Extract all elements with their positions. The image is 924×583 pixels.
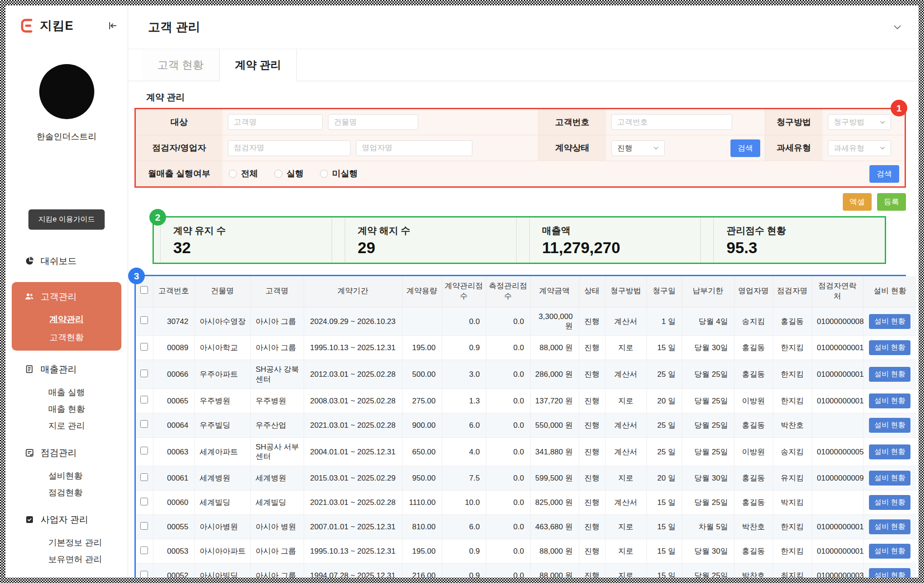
sidebar-collapse-icon[interactable] xyxy=(107,20,118,31)
sidebar-item-sales[interactable]: 매출관리 xyxy=(5,358,128,380)
stat-value: 32 xyxy=(173,239,332,257)
sidebar-group-business: 사업자 관리 기본정보 관리 보유면허 관리 xyxy=(5,508,128,568)
equip-status-cell: 설비 현황 xyxy=(863,515,916,539)
equip-status-button[interactable]: 설비 현황 xyxy=(869,444,910,459)
page-header: 고객 관리 xyxy=(128,5,919,49)
row-checkbox[interactable] xyxy=(140,370,148,377)
equip-status-button[interactable]: 설비 현황 xyxy=(869,568,910,578)
select-all-checkbox[interactable] xyxy=(140,286,148,294)
table-cell: 10.0 xyxy=(442,490,486,515)
table-cell: 세계아파트 xyxy=(194,437,250,466)
table-cell: 당월 25일 xyxy=(682,413,734,437)
contract-filter-panel: 1 대상 고객번호 청구방법 청구방법 xyxy=(134,108,906,188)
tab-bar: 고객 현황 계약 관리 xyxy=(128,49,919,81)
chevron-down-icon[interactable] xyxy=(892,21,903,33)
radio-dot xyxy=(274,170,282,178)
register-button[interactable]: 등록 xyxy=(877,193,906,211)
sidebar-item-dashboard[interactable]: 대쉬보드 xyxy=(5,250,128,272)
tax-type-label: 과세유형 xyxy=(765,135,822,161)
billing-method-select[interactable]: 청구방법 xyxy=(828,114,891,130)
tax-type-select[interactable]: 과세유형 xyxy=(828,140,891,156)
table-cell: 825,000 원 xyxy=(530,490,579,515)
salesperson-name-input[interactable] xyxy=(356,140,472,156)
target-label: 대상 xyxy=(136,109,222,135)
equip-status-button[interactable]: 설비 현황 xyxy=(869,519,910,534)
equip-status-button[interactable]: 설비 현황 xyxy=(869,367,910,382)
equip-status-button[interactable]: 설비 현황 xyxy=(869,471,910,486)
row-checkbox[interactable] xyxy=(140,316,148,324)
equip-status-button[interactable]: 설비 현황 xyxy=(869,418,910,433)
sidebar-item-inspection[interactable]: 점검관리 xyxy=(5,441,128,464)
table-cell: 463,680 원 xyxy=(530,515,579,539)
contract-table-body: 30742아시아수영장아시아 그룹2024.09.29 ~ 2026.10.23… xyxy=(136,307,916,578)
sidebar-item-giro-mgmt[interactable]: 지로 관리 xyxy=(5,417,128,434)
table-cell: 아시아 그룹 xyxy=(250,307,304,336)
table-cell: 당월 25일 xyxy=(682,389,734,413)
excel-button[interactable]: 엑셀 xyxy=(843,193,872,211)
row-checkbox[interactable] xyxy=(140,420,148,428)
table-cell: 810.00 xyxy=(402,515,442,539)
table-cell: 우주산업 xyxy=(250,413,304,437)
table-cell: 6.0 xyxy=(442,515,486,539)
page-title: 고객 관리 xyxy=(148,19,200,35)
customer-no-input[interactable] xyxy=(611,114,732,130)
filter-row-1: 대상 고객번호 청구방법 청구방법 xyxy=(136,109,905,135)
table-cell: 286,000 원 xyxy=(530,360,579,389)
building-name-input[interactable] xyxy=(328,114,418,130)
sidebar-item-contract-mgmt[interactable]: 계약관리 xyxy=(12,314,121,325)
contract-status-select[interactable]: 진행 xyxy=(611,140,665,156)
row-checkbox[interactable] xyxy=(140,498,148,505)
table-cell: 한지킴 xyxy=(773,336,812,360)
billing-method-placeholder: 청구방법 xyxy=(834,117,864,127)
usage-guide-button[interactable]: 지킴e 이용가이드 xyxy=(28,209,105,230)
chevron-down-icon xyxy=(652,144,660,152)
tab-contract-mgmt[interactable]: 계약 관리 xyxy=(219,49,297,81)
row-checkbox[interactable] xyxy=(140,343,148,351)
equip-status-button[interactable]: 설비 현황 xyxy=(869,495,910,510)
table-cell: 195.00 xyxy=(402,336,442,360)
search-button-bottom[interactable]: 검색 xyxy=(869,165,899,183)
equip-status-button[interactable]: 설비 현황 xyxy=(869,340,910,355)
radio-all[interactable]: 전체 xyxy=(229,168,258,180)
table-cell: 진행 xyxy=(579,539,605,564)
sidebar-item-basic-info[interactable]: 기본정보 관리 xyxy=(5,534,128,551)
stat-label: 매출액 xyxy=(542,224,701,237)
row-checkbox[interactable] xyxy=(140,473,148,481)
row-checkbox[interactable] xyxy=(140,546,148,554)
sidebar-item-license-mgmt[interactable]: 보유면허 관리 xyxy=(5,551,128,568)
row-checkbox[interactable] xyxy=(140,447,148,454)
table-cell: 25 일 xyxy=(647,437,682,466)
table-cell: 0.0 xyxy=(486,413,530,437)
row-checkbox[interactable] xyxy=(140,396,148,403)
table-cell: 2007.01.01 ~ 2025.12.31 xyxy=(304,515,402,539)
equip-status-cell: 설비 현황 xyxy=(863,437,916,466)
sidebar-item-customer-status[interactable]: 고객현황 xyxy=(12,332,121,343)
table-cell: 25 일 xyxy=(647,413,682,437)
equip-status-button[interactable]: 설비 현황 xyxy=(869,314,910,329)
tab-customer-status[interactable]: 고객 현황 xyxy=(142,49,219,81)
inspector-name-input[interactable] xyxy=(228,140,351,156)
table-cell: 00061 xyxy=(153,466,194,490)
sidebar-item-inspection-status[interactable]: 점검현황 xyxy=(5,484,128,501)
sidebar-item-sales-run[interactable]: 매출 실행 xyxy=(5,384,128,401)
row-checkbox[interactable] xyxy=(140,571,148,578)
user-avatar xyxy=(39,64,94,119)
customer-name-input[interactable] xyxy=(228,114,323,130)
equip-status-button[interactable]: 설비 현황 xyxy=(869,393,910,408)
table-cell: 0.0 xyxy=(486,389,530,413)
radio-not-executed[interactable]: 미실행 xyxy=(320,168,358,180)
table-cell: 진행 xyxy=(579,490,605,515)
row-checkbox[interactable] xyxy=(140,522,148,530)
sidebar-item-sales-status[interactable]: 매출 현황 xyxy=(5,401,128,417)
sidebar-item-customers[interactable]: 고객관리 xyxy=(12,287,121,306)
table-cell: 당월 25일 xyxy=(682,564,734,578)
table-cell: 홍길동 xyxy=(734,336,773,360)
sidebar-item-business[interactable]: 사업자 관리 xyxy=(5,508,128,531)
table-cell: 진행 xyxy=(579,515,605,539)
table-cell: 진행 xyxy=(579,307,605,336)
radio-not-executed-label: 미실행 xyxy=(332,168,358,180)
search-button-mid[interactable]: 검색 xyxy=(730,139,760,157)
radio-executed[interactable]: 실행 xyxy=(274,168,304,180)
sidebar-item-equipment-status[interactable]: 설비현황 xyxy=(5,467,128,484)
equip-status-button[interactable]: 설비 현황 xyxy=(869,544,910,559)
